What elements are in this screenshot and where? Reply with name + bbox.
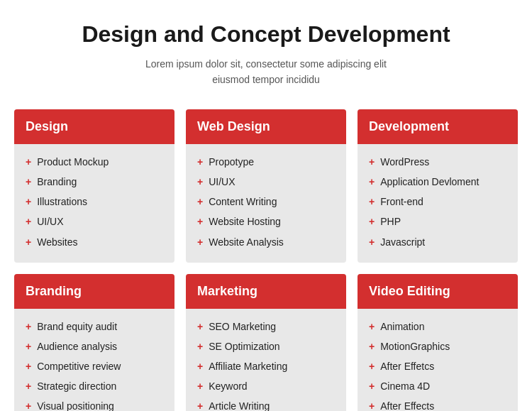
list-item-text: Javascript xyxy=(380,236,425,248)
card-header-branding: Branding xyxy=(14,274,174,309)
list-item: +PHP xyxy=(369,215,506,228)
list-item-text: After Effetcs xyxy=(380,360,434,373)
list-item: +After Effects xyxy=(369,400,506,411)
card-title-video-editing: Video Editing xyxy=(369,284,506,299)
list-item: +Front-end xyxy=(369,195,506,208)
page-title: Design and Concept Development xyxy=(14,21,518,48)
plus-icon: + xyxy=(197,380,203,393)
plus-icon: + xyxy=(26,340,31,353)
plus-icon: + xyxy=(26,400,31,411)
list-item-text: Keyword xyxy=(209,380,247,393)
list-item-text: Brand equity audit xyxy=(37,320,117,333)
list-item-text: UI/UX xyxy=(209,175,235,188)
plus-icon: + xyxy=(197,320,203,333)
list-item: +WordPress xyxy=(369,155,506,168)
list-item-text: SEO Marketing xyxy=(209,320,276,333)
card-header-video-editing: Video Editing xyxy=(358,274,518,309)
plus-icon: + xyxy=(26,360,31,373)
list-item: +Keyword xyxy=(197,380,335,393)
card-header-design: Design xyxy=(14,109,174,144)
card-web-design: Web Design+Propotype+UI/UX+Content Writi… xyxy=(186,109,346,263)
card-title-branding: Branding xyxy=(26,284,163,299)
list-item-text: WordPress xyxy=(380,155,429,168)
list-item-text: Animation xyxy=(380,320,424,333)
plus-icon: + xyxy=(26,236,31,248)
list-item-text: Front-end xyxy=(380,195,423,208)
page-subtitle: Lorem ipsum dolor sit, consectetur some … xyxy=(14,56,518,88)
card-video-editing: Video Editing+Animation+MotionGraphics+A… xyxy=(358,274,518,411)
list-item: +Application Devloment xyxy=(369,175,506,188)
plus-icon: + xyxy=(26,195,31,208)
list-item-text: Competitive review xyxy=(37,360,121,373)
list-item: +Affiliate Marketing xyxy=(197,360,335,373)
list-item: +Visual positioning xyxy=(26,400,163,411)
plus-icon: + xyxy=(369,236,375,248)
list-item: +Propotype xyxy=(197,155,335,168)
list-item: +After Effetcs xyxy=(369,360,506,373)
list-item-text: Illustrations xyxy=(37,195,87,208)
list-item: +Audience analysis xyxy=(26,340,163,353)
list-item: +Competitive review xyxy=(26,360,163,373)
cards-grid: Design+Product Mockup+Branding+Illustrat… xyxy=(14,109,518,411)
list-item-text: UI/UX xyxy=(37,215,63,228)
card-development: Development+WordPress+Application Devlom… xyxy=(358,109,518,263)
plus-icon: + xyxy=(197,195,203,208)
card-body-design: +Product Mockup+Branding+Illustrations+U… xyxy=(14,144,174,263)
list-item: +Brand equity audit xyxy=(26,320,163,333)
plus-icon: + xyxy=(197,175,203,188)
list-item-text: Application Devloment xyxy=(380,175,479,188)
plus-icon: + xyxy=(197,360,203,373)
list-item: +Article Writing xyxy=(197,400,335,411)
list-item-text: PHP xyxy=(380,215,401,228)
list-item-text: Website Analysis xyxy=(209,236,284,248)
card-header-marketing: Marketing xyxy=(186,274,346,309)
plus-icon: + xyxy=(369,320,375,333)
plus-icon: + xyxy=(369,380,375,393)
plus-icon: + xyxy=(197,215,203,228)
list-item: +Website Hosting xyxy=(197,215,335,228)
list-item-text: Propotype xyxy=(209,155,254,168)
list-item-text: Visual positioning xyxy=(37,400,114,411)
list-item-text: Websites xyxy=(37,236,77,248)
list-item: +Cinema 4D xyxy=(369,380,506,393)
card-header-web-design: Web Design xyxy=(186,109,346,144)
list-item-text: Affiliate Marketing xyxy=(209,360,287,373)
list-item-text: Product Mockup xyxy=(37,155,109,168)
list-item-text: Article Writing xyxy=(209,400,270,411)
list-item-text: MotionGraphics xyxy=(380,340,450,353)
card-body-branding: +Brand equity audit+Audience analysis+Co… xyxy=(14,309,174,411)
list-item: +MotionGraphics xyxy=(369,340,506,353)
plus-icon: + xyxy=(26,320,31,333)
list-item-text: SE Optimization xyxy=(209,340,279,353)
list-item: +Websites xyxy=(26,236,163,248)
plus-icon: + xyxy=(369,215,375,228)
plus-icon: + xyxy=(369,175,375,188)
plus-icon: + xyxy=(197,340,203,353)
list-item: +Illustrations xyxy=(26,195,163,208)
list-item: +UI/UX xyxy=(26,215,163,228)
list-item-text: Audience analysis xyxy=(37,340,117,353)
plus-icon: + xyxy=(197,400,203,411)
list-item: +SE Optimization xyxy=(197,340,335,353)
plus-icon: + xyxy=(26,380,31,393)
card-header-development: Development xyxy=(358,109,518,144)
list-item-text: Strategic direction xyxy=(37,380,116,393)
list-item-text: Branding xyxy=(37,175,77,188)
plus-icon: + xyxy=(26,155,31,168)
list-item-text: Website Hosting xyxy=(209,215,281,228)
card-body-marketing: +SEO Marketing+SE Optimization+Affiliate… xyxy=(186,309,346,411)
card-marketing: Marketing+SEO Marketing+SE Optimization+… xyxy=(186,274,346,411)
card-branding: Branding+Brand equity audit+Audience ana… xyxy=(14,274,174,411)
plus-icon: + xyxy=(197,155,203,168)
plus-icon: + xyxy=(369,360,375,373)
card-design: Design+Product Mockup+Branding+Illustrat… xyxy=(14,109,174,263)
list-item: +Javascript xyxy=(369,236,506,248)
list-item: +Content Writing xyxy=(197,195,335,208)
card-body-video-editing: +Animation+MotionGraphics+After Effetcs+… xyxy=(358,309,518,411)
plus-icon: + xyxy=(369,400,375,411)
list-item: +UI/UX xyxy=(197,175,335,188)
card-title-marketing: Marketing xyxy=(197,284,335,299)
list-item-text: Content Writing xyxy=(209,195,277,208)
card-title-design: Design xyxy=(26,119,163,134)
plus-icon: + xyxy=(369,340,375,353)
